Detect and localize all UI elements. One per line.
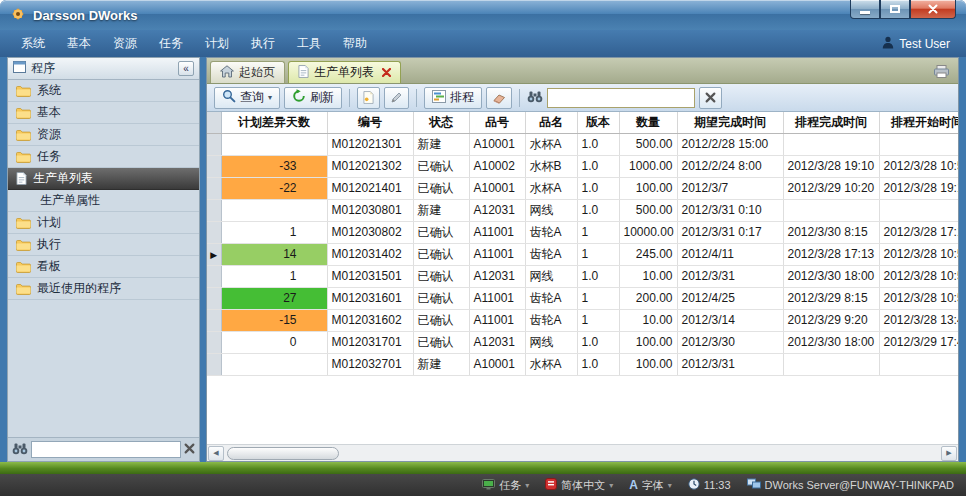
sidebar-item-1[interactable]: 系统 bbox=[8, 80, 199, 102]
column-header-2[interactable]: 编号 bbox=[327, 112, 413, 133]
column-header-10[interactable]: 排程开始时间 bbox=[879, 112, 958, 133]
cell-part-no: A12031 bbox=[469, 331, 525, 353]
close-button[interactable] bbox=[910, 0, 956, 19]
table-row-5[interactable]: 1M012030802已确认A11001齿轮A110000.002012/3/3… bbox=[207, 221, 958, 243]
sidebar-item-10[interactable]: 最近使用的程序 bbox=[8, 278, 199, 300]
new-button[interactable] bbox=[357, 87, 380, 109]
row-indicator-header bbox=[207, 112, 221, 133]
column-header-8[interactable]: 期望完成时间 bbox=[677, 112, 783, 133]
column-header-1[interactable]: 计划差异天数 bbox=[221, 112, 327, 133]
table-row-10[interactable]: 0M012031701已确认A12031网线1.0100.002012/3/30… bbox=[207, 331, 958, 353]
column-header-9[interactable]: 排程完成时间 bbox=[783, 112, 879, 133]
sidebar-item-9[interactable]: 看板 bbox=[8, 256, 199, 278]
table-row-3[interactable]: -22M012021401已确认A10001水杯A1.0100.002012/3… bbox=[207, 177, 958, 199]
minimize-button[interactable] bbox=[850, 0, 880, 19]
scroll-left-icon[interactable]: ◀ bbox=[208, 446, 224, 461]
column-header-4[interactable]: 品号 bbox=[469, 112, 525, 133]
table-row-2[interactable]: -33M012021302已确认A10002水杯B1.01000.002012/… bbox=[207, 155, 958, 177]
cell-qty: 100.00 bbox=[619, 353, 677, 375]
cell-sched-end: 2012/3/30 18:00 bbox=[783, 331, 879, 353]
language-menu[interactable]: 简体中文 ▾ bbox=[545, 478, 613, 493]
cell-expected: 2012/3/30 bbox=[677, 331, 783, 353]
table-row-8[interactable]: 27M012031601已确认A11001齿轮A1200.002012/4/25… bbox=[207, 287, 958, 309]
cell-version: 1.0 bbox=[577, 353, 619, 375]
status-accent-bar bbox=[0, 462, 966, 474]
column-header-6[interactable]: 版本 bbox=[577, 112, 619, 133]
toolbar-separator bbox=[349, 89, 350, 107]
refresh-button[interactable]: 刷新 bbox=[284, 87, 342, 109]
table-row-4[interactable]: M012030801新建A12031网线1.0500.002012/3/31 0… bbox=[207, 199, 958, 221]
tab-start-page[interactable]: 起始页 bbox=[210, 61, 285, 83]
table-row-11[interactable]: M012032701新建A10001水杯A1.0100.002012/3/31 bbox=[207, 353, 958, 375]
sidebar-item-7[interactable]: 计划 bbox=[8, 212, 199, 234]
menu-item-3[interactable]: 资源 bbox=[102, 30, 148, 57]
menu-item-6[interactable]: 执行 bbox=[240, 30, 286, 57]
edit-button[interactable] bbox=[384, 87, 409, 109]
cell-part-no: A10001 bbox=[469, 353, 525, 375]
cell-sched-start bbox=[879, 353, 958, 375]
sidebar-item-2[interactable]: 基本 bbox=[8, 102, 199, 124]
row-indicator bbox=[207, 133, 221, 155]
schedule-button[interactable]: 排程 bbox=[424, 87, 482, 109]
cell-part-name: 网线 bbox=[525, 331, 577, 353]
cell-status: 已确认 bbox=[413, 309, 469, 331]
column-header-7[interactable]: 数量 bbox=[619, 112, 677, 133]
cell-version: 1 bbox=[577, 287, 619, 309]
erase-button[interactable] bbox=[486, 87, 512, 109]
sidebar-item-8[interactable]: 执行 bbox=[8, 234, 199, 256]
current-row-arrow-icon: ▶ bbox=[210, 250, 217, 260]
tab-production-order-list[interactable]: 生产单列表 bbox=[288, 61, 401, 83]
printer-icon[interactable] bbox=[934, 65, 955, 80]
clock: 11:33 bbox=[688, 478, 731, 492]
user-area[interactable]: Test User bbox=[882, 36, 956, 52]
column-header-5[interactable]: 品名 bbox=[525, 112, 577, 133]
sidebar-item-5[interactable]: 生产单列表 bbox=[8, 168, 199, 190]
sidebar-clear-icon[interactable] bbox=[184, 443, 195, 457]
cell-part-name: 水杯A bbox=[525, 177, 577, 199]
font-menu[interactable]: A 字体 ▾ bbox=[629, 478, 672, 493]
cell-sched-end bbox=[783, 199, 879, 221]
sidebar-item-3[interactable]: 资源 bbox=[8, 124, 199, 146]
menu-item-2[interactable]: 基本 bbox=[56, 30, 102, 57]
menu-item-7[interactable]: 工具 bbox=[286, 30, 332, 57]
menu-item-8[interactable]: 帮助 bbox=[332, 30, 378, 57]
binoculars-icon[interactable] bbox=[12, 442, 28, 458]
cell-sched-end bbox=[783, 133, 879, 155]
sidebar-collapse-button[interactable]: « bbox=[178, 61, 194, 76]
table-row-7[interactable]: 1M012031501已确认A12031网线1.010.002012/3/312… bbox=[207, 265, 958, 287]
cell-expected: 2012/4/11 bbox=[677, 243, 783, 265]
sidebar-item-label: 生产单属性 bbox=[40, 192, 100, 209]
toolbar-search-input[interactable] bbox=[547, 88, 695, 108]
binoculars-icon[interactable] bbox=[527, 90, 543, 106]
cell-qty: 245.00 bbox=[619, 243, 677, 265]
cell-order-no: M012031601 bbox=[327, 287, 413, 309]
tab-close-icon[interactable] bbox=[382, 68, 391, 77]
table-row-9[interactable]: -15M012031602已确认A11001齿轮A110.002012/3/14… bbox=[207, 309, 958, 331]
menu-item-1[interactable]: 系统 bbox=[10, 30, 56, 57]
cell-order-no: M012021302 bbox=[327, 155, 413, 177]
cell-sched-end: 2012/3/28 17:13 bbox=[783, 243, 879, 265]
maximize-button[interactable] bbox=[880, 0, 910, 19]
table-row-6[interactable]: ▶14M012031402已确认A11001齿轮A1245.002012/4/1… bbox=[207, 243, 958, 265]
cell-part-name: 水杯A bbox=[525, 353, 577, 375]
menubar: 系统基本资源任务计划执行工具帮助 Test User bbox=[0, 30, 966, 57]
sidebar-item-6[interactable]: 生产单属性 bbox=[8, 190, 199, 212]
clear-search-button[interactable] bbox=[699, 87, 722, 109]
h-scrollbar[interactable]: ◀ ▶ bbox=[207, 444, 958, 461]
scroll-right-icon[interactable]: ▶ bbox=[941, 446, 957, 461]
cell-qty: 10000.00 bbox=[619, 221, 677, 243]
menu-item-4[interactable]: 任务 bbox=[148, 30, 194, 57]
clock-icon bbox=[688, 478, 700, 492]
query-button[interactable]: 查询 ▾ bbox=[214, 87, 280, 109]
cell-part-name: 水杯A bbox=[525, 133, 577, 155]
table-row-1[interactable]: M012021301新建A10001水杯A1.0500.002012/2/28 … bbox=[207, 133, 958, 155]
h-scroll-thumb[interactable] bbox=[227, 447, 339, 460]
column-header-3[interactable]: 状态 bbox=[413, 112, 469, 133]
sidebar-item-4[interactable]: 任务 bbox=[8, 146, 199, 168]
cell-part-no: A11001 bbox=[469, 287, 525, 309]
minimize-icon bbox=[860, 11, 870, 14]
sidebar-search-input[interactable] bbox=[31, 441, 181, 458]
task-menu[interactable]: 任务 ▾ bbox=[482, 478, 529, 493]
menu-item-5[interactable]: 计划 bbox=[194, 30, 240, 57]
cell-version: 1.0 bbox=[577, 265, 619, 287]
